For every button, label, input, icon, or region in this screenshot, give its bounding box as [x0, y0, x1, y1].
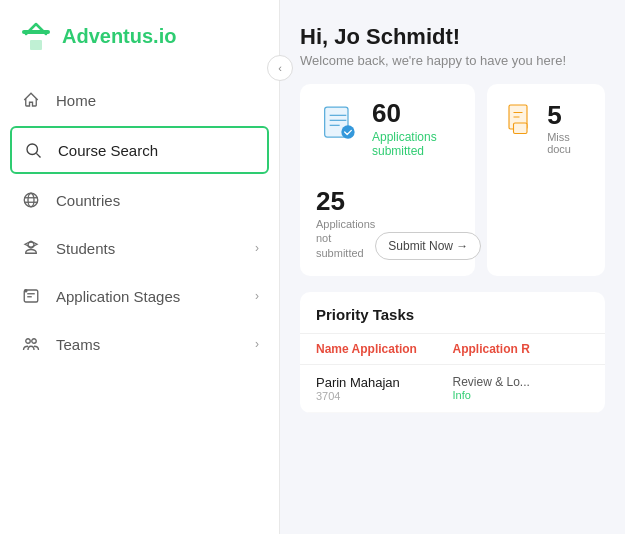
sidebar-item-countries-label: Countries	[56, 192, 259, 209]
sidebar-item-countries[interactable]: Countries	[0, 176, 279, 224]
logo-icon	[20, 20, 52, 52]
row-app-sub: Info	[453, 389, 590, 401]
students-icon	[20, 237, 42, 259]
row-id: 3704	[316, 390, 453, 402]
stat-missing-label: Miss docu	[547, 131, 589, 155]
teams-chevron-icon: ›	[255, 337, 259, 351]
stat-submitted-label: Applications submitted	[372, 130, 459, 158]
home-icon	[20, 89, 42, 111]
svg-point-5	[28, 193, 34, 207]
search-icon	[22, 139, 44, 161]
svg-point-13	[26, 339, 31, 344]
row-app-status: Review & Lo...	[453, 375, 590, 389]
stat-notsubmitted-label: Applications not submitted	[316, 217, 375, 260]
svg-rect-21	[514, 123, 528, 134]
row-name-cell: Parin Mahajan 3704	[316, 375, 453, 402]
priority-tasks-title: Priority Tasks	[300, 292, 605, 334]
sidebar: Adventus.io Home Course Search	[0, 0, 280, 534]
sidebar-item-teams-label: Teams	[56, 336, 241, 353]
appstages-icon	[20, 285, 42, 307]
stat-missing-number: 5	[547, 100, 589, 131]
sidebar-nav: Home Course Search Countri	[0, 68, 279, 376]
stat-card-missing: 5 Miss docu	[487, 84, 605, 276]
row-name: Parin Mahajan	[316, 375, 453, 390]
sidebar-item-students[interactable]: Students ›	[0, 224, 279, 272]
stat-icon-submitted	[316, 100, 360, 144]
svg-point-2	[27, 144, 38, 155]
priority-table-header: Name Application Application R	[300, 334, 605, 365]
greeting-title: Hi, Jo Schmidt!	[300, 24, 605, 50]
stat-icon-missing	[503, 102, 539, 142]
sidebar-item-home[interactable]: Home	[0, 76, 279, 124]
sidebar-item-home-label: Home	[56, 92, 259, 109]
sidebar-item-course-search[interactable]: Course Search	[10, 126, 269, 174]
sidebar-collapse-button[interactable]: ‹	[267, 55, 293, 81]
greeting-section: Hi, Jo Schmidt! Welcome back, we're happ…	[300, 24, 605, 68]
sidebar-item-teams[interactable]: Teams ›	[0, 320, 279, 368]
logo-area: Adventus.io	[0, 0, 279, 68]
globe-icon	[20, 189, 42, 211]
submit-now-button[interactable]: Submit Now →	[375, 232, 481, 260]
stat-submitted-number: 60	[372, 100, 459, 126]
main-content: Hi, Jo Schmidt! Welcome back, we're happ…	[280, 0, 625, 534]
svg-point-4	[24, 193, 38, 207]
students-chevron-icon: ›	[255, 241, 259, 255]
sidebar-item-course-search-label: Course Search	[58, 142, 257, 159]
priority-tasks-section: Priority Tasks Name Application Applicat…	[300, 292, 605, 413]
svg-line-3	[36, 153, 40, 157]
greeting-subtitle: Welcome back, we're happy to have you he…	[300, 53, 605, 68]
row-app-cell: Review & Lo... Info	[453, 375, 590, 402]
stat-not-submitted-bottom: 25 Applications not submitted Submit Now…	[316, 186, 459, 260]
col-name-header: Name Application	[316, 342, 453, 356]
svg-point-12	[25, 290, 27, 292]
stats-row: 60 Applications submitted 25 Application…	[300, 84, 605, 276]
logo-text: Adventus.io	[62, 25, 176, 48]
svg-point-19	[341, 125, 354, 138]
sidebar-item-students-label: Students	[56, 240, 241, 257]
svg-point-14	[32, 339, 37, 344]
sidebar-item-application-stages[interactable]: Application Stages ›	[0, 272, 279, 320]
col-app-header: Application R	[453, 342, 590, 356]
table-row[interactable]: Parin Mahajan 3704 Review & Lo... Info	[300, 365, 605, 413]
stat-notsubmitted-number: 25	[316, 186, 375, 217]
appstages-chevron-icon: ›	[255, 289, 259, 303]
teams-icon	[20, 333, 42, 355]
sidebar-item-application-stages-label: Application Stages	[56, 288, 241, 305]
stat-card-submitted: 60 Applications submitted 25 Application…	[300, 84, 475, 276]
svg-rect-1	[30, 40, 42, 50]
